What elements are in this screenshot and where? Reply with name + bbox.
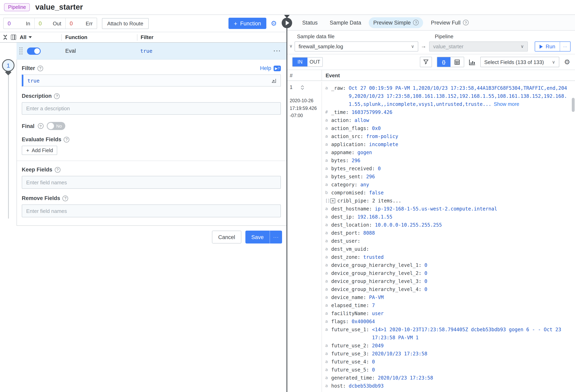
tab-status[interactable]: Status: [298, 17, 322, 28]
help-circle-icon[interactable]: ?: [413, 20, 419, 25]
select-fields-dropdown[interactable]: Select Fields (133 of 133) ∨: [480, 57, 559, 67]
event-fields-cell: a _raw: Oct 27 00:19:59 PA-VM 1,2020/10/…: [322, 82, 575, 392]
run-button[interactable]: Run: [535, 42, 560, 51]
event-field-row[interactable]: acategory: any: [325, 181, 570, 189]
event-field-row[interactable]: abytes: 296: [325, 156, 570, 165]
field-value: 0x400064: [352, 318, 570, 326]
add-function-button[interactable]: + Function: [228, 18, 266, 29]
field-name: device_group_hierarchy_level_4:: [331, 285, 424, 293]
event-field-row[interactable]: afuture_use_4: 0: [325, 358, 570, 366]
tab-preview-simple[interactable]: Preview Simple?: [369, 17, 423, 28]
event-field-row[interactable]: adest_location: 10.0.0.0-10.255.255.255: [325, 221, 570, 229]
page-title: value_starter: [35, 3, 83, 12]
help-circle-icon[interactable]: ?: [64, 137, 70, 142]
event-field-row[interactable]: adest_hostname: ip-192-168-1-55.us-west-…: [325, 205, 570, 213]
save-button[interactable]: Save: [245, 231, 270, 243]
event-field-row[interactable]: afuture_use_1: <14>1 2020-10-23T17:23:58…: [325, 326, 570, 342]
plus-icon: +: [234, 20, 237, 26]
collapse-all-icon[interactable]: [3, 35, 7, 40]
event-field-row[interactable]: aflags: 0x400064: [325, 318, 570, 326]
field-value: 192.168.1.55: [358, 213, 570, 221]
attach-to-route-button[interactable]: Attach to Route: [102, 18, 148, 29]
collapse-section-icon[interactable]: ∨: [289, 44, 292, 49]
event-field-row[interactable]: adest_vm_uuid:: [325, 245, 570, 253]
string-type-icon: a: [325, 342, 331, 350]
run-more-button[interactable]: ···: [560, 42, 570, 51]
event-field-row[interactable]: bcompromised: false: [325, 189, 570, 197]
remove-fields-label: Remove Fields: [22, 195, 60, 201]
event-field-row[interactable]: aaction: allow: [325, 116, 570, 124]
panel-splitter[interactable]: [287, 15, 287, 392]
event-field-row[interactable]: []+cribl_pipe: 2 items...: [325, 197, 570, 205]
expand-editor-icon[interactable]: [271, 78, 276, 83]
string-type-icon: a: [325, 245, 331, 253]
event-field-row[interactable]: adest_zone: trusted: [325, 253, 570, 261]
event-field-row[interactable]: aaction_src: from-policy: [325, 132, 570, 140]
event-field-row[interactable]: ahost: dcbeb53bdb93: [325, 382, 570, 390]
sort-carets-icon[interactable]: [301, 85, 304, 89]
event-field-row[interactable]: aapplication: incomplete: [325, 140, 570, 149]
event-field-row[interactable]: adevice_group_hierarchy_level_3: 0: [325, 277, 570, 285]
group-filter-dropdown[interactable]: All: [20, 34, 32, 40]
help-link[interactable]: Help ▶?: [260, 65, 281, 71]
event-field-row[interactable]: #_time: 1603757999.426: [325, 108, 570, 116]
event-field-row[interactable]: aaction_flags: 0x0: [325, 124, 570, 132]
function-row-eval[interactable]: Eval true ···: [17, 43, 287, 60]
field-value: 0: [424, 277, 570, 285]
save-more-button[interactable]: ···: [270, 231, 282, 243]
event-field-row[interactable]: adevice_group_hierarchy_level_1: 0: [325, 261, 570, 269]
filter-events-button[interactable]: [420, 57, 432, 67]
event-field-row[interactable]: adest_user:: [325, 237, 570, 245]
scrollbar-thumb[interactable]: [572, 98, 575, 112]
splitter-play-button[interactable]: [282, 18, 292, 28]
event-field-row[interactable]: adevice_group_hierarchy_level_4: 0: [325, 285, 570, 293]
chart-icon[interactable]: [469, 59, 476, 65]
tab-sample-data[interactable]: Sample Data: [325, 17, 366, 28]
event-field-row[interactable]: afuture_use_5: 0: [325, 366, 570, 374]
json-view-button[interactable]: {}: [437, 57, 451, 67]
function-enabled-toggle[interactable]: [27, 47, 41, 55]
description-input[interactable]: [22, 102, 281, 115]
event-field-row[interactable]: abytes_received: 0: [325, 165, 570, 173]
table-view-button[interactable]: [451, 57, 464, 67]
remove-fields-input[interactable]: [22, 204, 281, 217]
event-field-row[interactable]: adevice_name: PA-VM: [325, 293, 570, 302]
event-field-raw[interactable]: a _raw: Oct 27 00:19:59 PA-VM 1,2020/10/…: [325, 84, 570, 108]
event-field-row[interactable]: aelapsed_time: 7: [325, 302, 570, 309]
event-field-row[interactable]: adest_port: 8088: [325, 229, 570, 237]
help-circle-icon[interactable]: ?: [463, 20, 469, 25]
run-button-group: Run ···: [535, 42, 571, 51]
event-field-row[interactable]: afuture_use_2: 2049: [325, 342, 570, 350]
tab-preview-full[interactable]: Preview Full?: [427, 17, 473, 28]
event-field-row[interactable]: abytes_sent: 296: [325, 173, 570, 181]
event-field-row[interactable]: adest_ip: 192.168.1.55: [325, 213, 570, 221]
help-circle-icon[interactable]: ?: [63, 196, 68, 201]
help-circle-icon[interactable]: ?: [38, 123, 43, 129]
out-segment[interactable]: OUT: [308, 58, 322, 66]
expand-array-icon[interactable]: +: [330, 198, 335, 203]
filter-expression-input[interactable]: true: [22, 74, 281, 87]
show-more-link[interactable]: Show more: [494, 101, 519, 107]
event-field-row[interactable]: afuture_use_3: 2020/10/23 17:23:58: [325, 350, 570, 358]
drag-handle-icon[interactable]: [19, 47, 22, 55]
help-circle-icon[interactable]: ?: [37, 65, 43, 71]
pipeline-select[interactable]: value_starter ∨: [429, 42, 528, 51]
keep-fields-input[interactable]: [22, 176, 281, 189]
preview-settings-gear-icon[interactable]: ⚙: [564, 59, 570, 65]
in-segment[interactable]: IN: [292, 58, 308, 66]
event-field-row[interactable]: afacilityName: user: [325, 309, 570, 318]
event-field-row[interactable]: agenerated_time: 2020/10/23 17:23:58: [325, 374, 570, 382]
event-row[interactable]: 1 2020-10-26 17:19:59.426 -07:00: [287, 82, 575, 392]
sample-file-select[interactable]: firewall_sample.log ∨: [295, 42, 418, 51]
final-toggle[interactable]: No: [47, 122, 65, 130]
columns-icon[interactable]: [11, 35, 16, 40]
evaluate-fields-label: Evaluate Fields: [22, 136, 61, 142]
event-field-row[interactable]: aappname: gogen: [325, 149, 570, 156]
pipeline-settings-gear-icon[interactable]: ⚙: [271, 20, 277, 27]
event-field-row[interactable]: adevice_group_hierarchy_level_2: 0: [325, 269, 570, 277]
row-overflow-menu[interactable]: ···: [274, 48, 281, 54]
help-circle-icon[interactable]: ?: [54, 93, 60, 99]
help-circle-icon[interactable]: ?: [55, 167, 60, 173]
cancel-button[interactable]: Cancel: [212, 231, 241, 243]
add-field-button[interactable]: + Add Field: [22, 146, 57, 155]
